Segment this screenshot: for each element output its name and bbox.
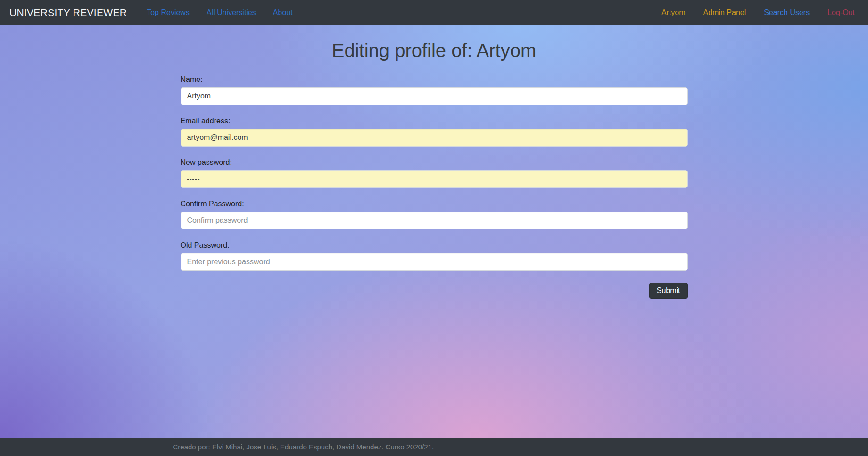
page: UNIVERSITY REVIEWER Top Reviews All Univ… — [0, 0, 868, 456]
new-password-input[interactable] — [181, 170, 688, 188]
footer-credits: Creado por: Elvi Mihai, Jose Luis, Eduar… — [173, 443, 434, 451]
confirm-password-label: Confirm Password: — [181, 200, 688, 208]
page-title: Editing profile of: Artyom — [0, 40, 868, 61]
form-group-name: Name: — [181, 75, 688, 105]
nav-link-about[interactable]: About — [273, 8, 293, 17]
submit-button[interactable]: Submit — [649, 283, 688, 299]
form-group-confirm-password: Confirm Password: — [181, 200, 688, 229]
email-label: Email address: — [181, 117, 688, 125]
submit-row: Submit — [181, 283, 688, 299]
nav-link-admin-panel[interactable]: Admin Panel — [703, 8, 746, 17]
name-input[interactable] — [181, 87, 688, 105]
navbar-left-links: Top Reviews All Universities About — [147, 8, 292, 17]
new-password-label: New password: — [181, 158, 688, 167]
nav-link-profile-artyom[interactable]: Artyom — [661, 8, 686, 17]
footer-container: Creado por: Elvi Mihai, Jose Luis, Eduar… — [173, 443, 695, 451]
nav-link-log-out[interactable]: Log-Out — [827, 8, 855, 17]
old-password-label: Old Password: — [181, 241, 688, 250]
nav-link-all-universities[interactable]: All Universities — [207, 8, 256, 17]
old-password-input[interactable] — [181, 253, 688, 271]
footer: Creado por: Elvi Mihai, Jose Luis, Eduar… — [0, 438, 868, 456]
navbar-brand[interactable]: UNIVERSITY REVIEWER — [9, 7, 127, 18]
nav-link-top-reviews[interactable]: Top Reviews — [147, 8, 190, 17]
form-group-new-password: New password: — [181, 158, 688, 188]
name-label: Name: — [181, 75, 688, 84]
confirm-password-input[interactable] — [181, 212, 688, 229]
navbar: UNIVERSITY REVIEWER Top Reviews All Univ… — [0, 0, 868, 25]
form-group-old-password: Old Password: — [181, 241, 688, 271]
nav-link-search-users[interactable]: Search Users — [764, 8, 810, 17]
email-input[interactable] — [181, 129, 688, 147]
form-group-email: Email address: — [181, 117, 688, 147]
edit-profile-form: Name: Email address: New password: Confi… — [181, 75, 688, 299]
main-content: Editing profile of: Artyom Name: Email a… — [0, 25, 868, 438]
navbar-right-links: Artyom Admin Panel Search Users Log-Out — [661, 8, 855, 17]
